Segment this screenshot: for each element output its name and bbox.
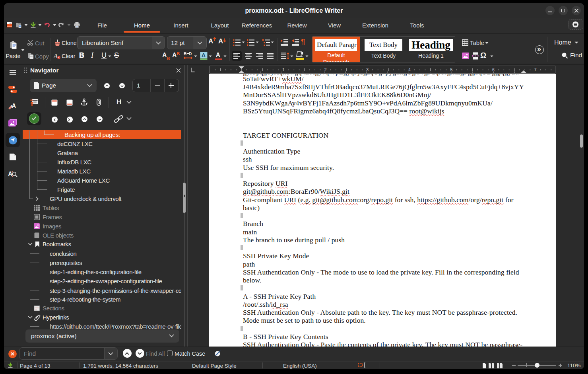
svg-text:2: 2	[324, 67, 327, 72]
svg-text:1: 1	[282, 67, 285, 72]
svg-text:4: 4	[408, 67, 411, 72]
svg-text:6: 6	[492, 67, 495, 72]
svg-text:7: 7	[534, 67, 537, 72]
svg-text:3: 3	[366, 67, 369, 72]
svg-text:5: 5	[450, 67, 452, 72]
